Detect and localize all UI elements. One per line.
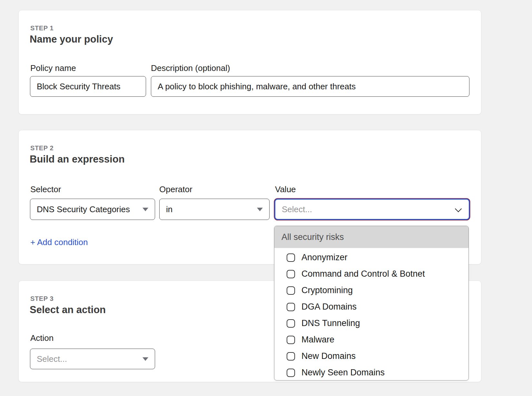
action-label: Action: [30, 333, 54, 343]
dropdown-option-command-and-control[interactable]: Command and Control & Botnet: [274, 266, 468, 282]
step1-card: STEP 1 Name your policy Policy name Desc…: [18, 10, 481, 114]
checkbox-unchecked-icon[interactable]: [287, 286, 295, 295]
checkbox-unchecked-icon[interactable]: [287, 369, 295, 377]
operator-label: Operator: [159, 184, 192, 194]
checkbox-unchecked-icon[interactable]: [287, 303, 295, 311]
checkbox-unchecked-icon[interactable]: [287, 352, 295, 361]
triangle-down-icon: [257, 208, 263, 211]
dropdown-option-anonymizer[interactable]: Anonymizer: [274, 249, 468, 266]
step2-eyebrow: STEP 2: [30, 144, 54, 152]
dropdown-option-cryptomining[interactable]: Cryptomining: [274, 282, 468, 299]
selector-select-value: DNS Security Categories: [37, 204, 130, 214]
selector-select[interactable]: DNS Security Categories: [30, 199, 155, 220]
value-dropdown-panel: All security risks Anonymizer Command an…: [274, 226, 469, 381]
checkbox-unchecked-icon[interactable]: [287, 336, 295, 344]
selector-label: Selector: [30, 184, 61, 194]
step3-eyebrow: STEP 3: [30, 295, 54, 302]
value-label: Value: [275, 184, 296, 194]
checkbox-unchecked-icon[interactable]: [287, 253, 295, 262]
description-input[interactable]: [151, 76, 469, 97]
checkbox-unchecked-icon[interactable]: [287, 319, 295, 328]
step1-eyebrow: STEP 1: [30, 25, 54, 32]
step2-title: Build an expression: [30, 153, 125, 165]
description-label: Description (optional): [151, 63, 230, 73]
dropdown-option-dga-domains[interactable]: DGA Domains: [274, 299, 468, 315]
dropdown-option-new-domains[interactable]: New Domains: [274, 348, 468, 364]
dropdown-options: Anonymizer Command and Control & Botnet …: [274, 248, 468, 381]
value-multiselect[interactable]: Select...: [274, 199, 470, 220]
dropdown-option-malware[interactable]: Malware: [274, 332, 468, 348]
triangle-down-icon: [143, 357, 148, 361]
operator-select-value: in: [166, 204, 172, 214]
policy-name-label: Policy name: [30, 63, 76, 73]
chevron-down-icon: [456, 205, 461, 211]
add-condition-link[interactable]: + Add condition: [30, 237, 88, 247]
dropdown-option-newly-seen-domains[interactable]: Newly Seen Domains: [274, 364, 468, 381]
policy-name-input[interactable]: [30, 76, 146, 97]
checkbox-unchecked-icon[interactable]: [287, 270, 295, 278]
action-select[interactable]: Select...: [30, 349, 155, 369]
policy-builder-page: STEP 1 Name your policy Policy name Desc…: [0, 0, 532, 396]
value-placeholder: Select...: [282, 204, 312, 214]
step1-title: Name your policy: [30, 34, 113, 45]
dropdown-group-header[interactable]: All security risks: [274, 226, 468, 248]
step3-title: Select an action: [30, 304, 106, 316]
triangle-down-icon: [143, 208, 148, 211]
dropdown-option-dns-tunneling[interactable]: DNS Tunneling: [274, 315, 468, 332]
operator-select[interactable]: in: [159, 199, 270, 220]
action-placeholder: Select...: [37, 354, 67, 364]
